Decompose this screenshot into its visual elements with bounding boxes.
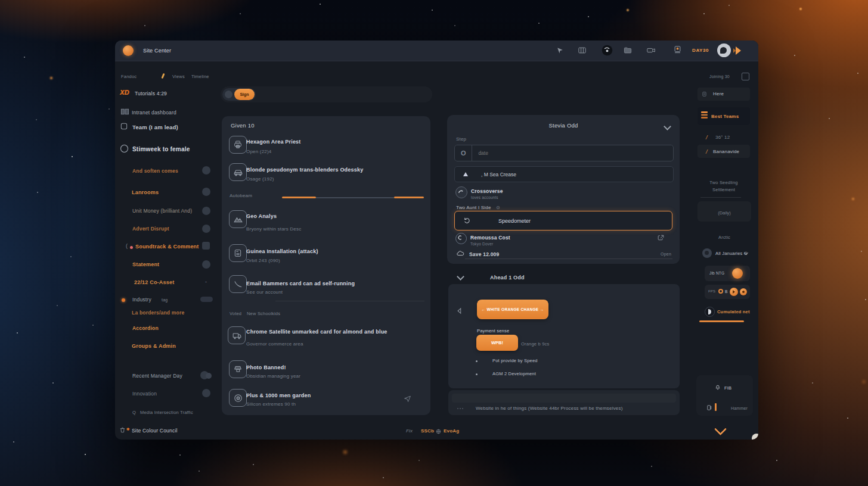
- stamp-icon[interactable]: [673, 45, 682, 55]
- plane-icon[interactable]: [404, 395, 411, 403]
- bullet-dot: [476, 360, 478, 362]
- list-item-title[interactable]: Photo Banned!: [246, 364, 286, 370]
- januaries-label[interactable]: All Januaries G: [715, 251, 748, 256]
- slider-segment-left[interactable]: [282, 197, 316, 198]
- date-input[interactable]: [472, 149, 673, 157]
- badge: [202, 260, 210, 269]
- stack-icon[interactable]: [706, 404, 713, 411]
- jib-row[interactable]: Jib NTG: [705, 266, 750, 281]
- fps-row[interactable]: FPS B: [705, 285, 750, 299]
- toggle-knob[interactable]: [225, 91, 232, 98]
- list-item-title[interactable]: Geo Analys: [246, 213, 277, 219]
- undo-icon-glyph: [463, 217, 471, 225]
- truck-icon-glyph: [232, 331, 242, 341]
- external-link-icon[interactable]: [657, 234, 665, 242]
- sidebar-item-accordion[interactable]: Accordion: [132, 325, 159, 331]
- sidebar-item-groups[interactable]: Groups & Admin: [132, 343, 176, 349]
- bell-icon[interactable]: [715, 384, 721, 391]
- rightbar-item-here[interactable]: Here: [698, 88, 750, 101]
- orange-ball[interactable]: [730, 288, 738, 296]
- tab-timeline[interactable]: Timeline: [191, 74, 209, 79]
- sidebar-item-stimweek[interactable]: Stimweek to female: [132, 146, 190, 152]
- sidebar-item-laborders[interactable]: La borders/and more: [132, 310, 184, 316]
- list-item-title[interactable]: Email Bammers card can ad self-running: [246, 281, 355, 286]
- rightbar-item-deg[interactable]: 36° 12: [715, 135, 730, 140]
- cumulated-label[interactable]: Cumulated net: [717, 309, 750, 314]
- rightbar-item-best-teams[interactable]: Best Teams: [698, 107, 750, 125]
- list-item-title[interactable]: Chrome Satellite unmarked card for almon…: [246, 329, 388, 335]
- sidebar-item-soundtrack[interactable]: Soundtrack & Comment: [135, 244, 199, 250]
- sidebar-item-recent[interactable]: Recent Manager Day: [132, 373, 182, 379]
- checkbox[interactable]: [742, 73, 749, 80]
- footer-evoag[interactable]: EvoAg: [444, 428, 459, 434]
- pen-icon[interactable]: [161, 73, 165, 79]
- sign-button[interactable]: Sign: [234, 89, 255, 100]
- chevron-down-icon[interactable]: [714, 423, 727, 435]
- ahead-header[interactable]: Ahead 1 Odd: [490, 275, 525, 281]
- disc-icon-glyph: [601, 44, 613, 57]
- orange-bar-icon: [715, 403, 717, 411]
- tab-views[interactable]: Views: [172, 74, 185, 79]
- save-action[interactable]: Open: [661, 252, 671, 256]
- sidebar-item-innovation[interactable]: Innovation: [132, 391, 157, 397]
- sidebar-item-coasset[interactable]: 22/12 Co-Asset: [134, 279, 174, 285]
- save-label[interactable]: Save 12.009: [469, 251, 499, 257]
- cursor-icon[interactable]: [556, 46, 564, 54]
- list-item-title[interactable]: Blonde pseudonym trans-blenders Odessky: [246, 167, 363, 173]
- daily-box[interactable]: (Daily): [698, 201, 751, 222]
- chevron-left-icon[interactable]: [455, 307, 464, 315]
- list-item-title[interactable]: Plus & 1000 men garden: [246, 392, 311, 398]
- app-logo[interactable]: [123, 45, 134, 56]
- camera-icon[interactable]: [646, 46, 656, 55]
- sign-toggle[interactable]: Sign: [222, 88, 256, 101]
- avatar[interactable]: [717, 43, 731, 57]
- footer-sscb[interactable]: SSCb: [421, 428, 434, 434]
- crossoverse-sub: loves accounts: [471, 195, 498, 200]
- fib-label[interactable]: FIB: [724, 385, 731, 391]
- avatar-glyph: [720, 47, 727, 54]
- wpb-button[interactable]: WPB!: [476, 335, 518, 351]
- sidebar-item-industry[interactable]: Industry: [132, 297, 151, 303]
- speed-input[interactable]: [471, 217, 672, 225]
- avatar[interactable]: [702, 248, 712, 258]
- sidebar-item-lanrooms[interactable]: Lanrooms: [132, 189, 159, 195]
- hammer-label[interactable]: Hammer: [731, 406, 748, 410]
- avatar[interactable]: [705, 307, 715, 317]
- orange-ball[interactable]: [740, 288, 747, 295]
- sidebar-footer[interactable]: Site Colour Council: [132, 428, 178, 434]
- sea-input[interactable]: [468, 171, 673, 178]
- play-icon[interactable]: [736, 46, 741, 55]
- info-icon[interactable]: ⊙: [496, 205, 500, 210]
- sidebar-item-statement[interactable]: Statement: [132, 261, 159, 267]
- rightbar-item-banana[interactable]: / Bananavide: [698, 145, 750, 158]
- sidebar-item-unitmoney[interactable]: Unit Money (brilliant And): [132, 208, 192, 214]
- tab-fandoc[interactable]: Fandoc: [121, 74, 137, 79]
- list-item-title[interactable]: Guinea Installation (attack): [246, 248, 318, 254]
- printer-icon-glyph: [233, 140, 243, 149]
- sidebar-item-media[interactable]: Media Intersection Traffic: [140, 410, 193, 415]
- slider-track[interactable]: [316, 197, 394, 198]
- slash-icon: /: [706, 134, 708, 141]
- folder-icon[interactable]: [623, 46, 633, 55]
- white-orange-change-button[interactable]: ← WHITE ORANGE CHANGE →: [477, 300, 548, 319]
- badge: [202, 166, 210, 175]
- chevron-down-icon[interactable]: [457, 273, 464, 281]
- disc-icon[interactable]: [601, 44, 613, 57]
- sidebar-item-team[interactable]: Team (I am lead): [132, 124, 178, 130]
- frames-icon[interactable]: [578, 46, 587, 55]
- list-item-title[interactable]: Hexagon Area Priest: [246, 139, 301, 145]
- crossoverse-title[interactable]: Crossoverse: [471, 188, 503, 194]
- paren-mark: (: [126, 243, 128, 249]
- sidebar-item-advert[interactable]: Advert Disrupt: [132, 226, 169, 232]
- trash-icon[interactable]: [119, 426, 126, 434]
- slider-segment-right[interactable]: [394, 197, 424, 198]
- remoussa-title[interactable]: Remoussa Cost: [470, 235, 510, 241]
- orange-toggle-ball[interactable]: [732, 268, 743, 279]
- jib-label: Jib NTG: [709, 271, 724, 275]
- lens-icon-glyph: [233, 393, 243, 403]
- badge: [202, 225, 210, 233]
- bullet-item: Pot provide by Speed: [492, 358, 538, 363]
- corner-dot: [752, 434, 758, 440]
- sidebar-item-soften[interactable]: And soften comes: [132, 168, 178, 174]
- day-label[interactable]: DAY30: [692, 48, 709, 53]
